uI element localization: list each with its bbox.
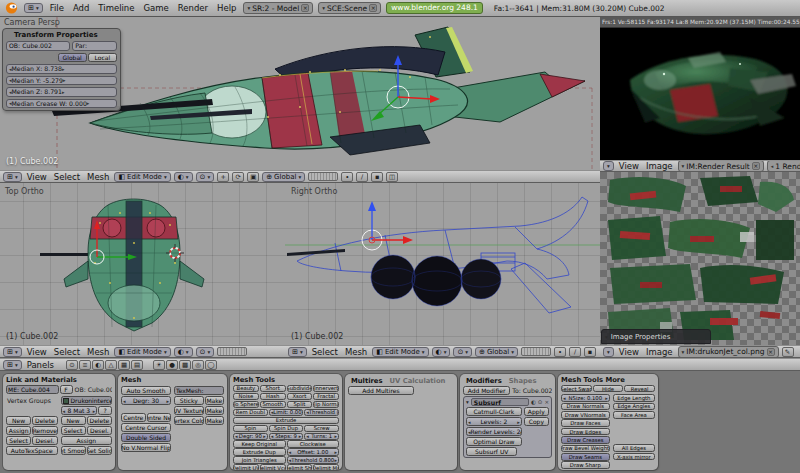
edge-select-icon[interactable]: ∕ <box>569 347 581 357</box>
all-edges-button[interactable]: All Edges <box>613 444 655 452</box>
layer-buttons[interactable] <box>308 172 338 181</box>
mesh-datablock-field[interactable]: ME: Cube.004 <box>6 385 59 394</box>
panel-title[interactable]: Mesh Tools <box>233 376 339 384</box>
spin-dup-button[interactable]: Spin Dup <box>269 425 304 432</box>
optimal-draw-toggle[interactable]: Optimal Draw <box>466 437 522 446</box>
degr-90-button[interactable]: Degr: 90 <box>233 433 268 440</box>
smooth-button[interactable]: Smooth <box>260 401 286 408</box>
panel-title[interactable]: Link and Materials <box>6 376 112 384</box>
material-subcontext-icon[interactable]: ● <box>166 360 178 370</box>
autosmooth-degrees-field[interactable]: Degr: 30 <box>121 396 171 405</box>
logic-context-icon[interactable]: ⊙ <box>66 360 78 370</box>
draw-faces-button[interactable]: Draw Faces <box>561 419 610 427</box>
material-preview[interactable]: Drukoninterce <box>61 396 113 405</box>
draw-normals-button[interactable]: Draw Normals <box>561 403 610 411</box>
subdivide-button[interactable]: Subdivide <box>287 385 313 392</box>
pivot-dropdown[interactable]: ⊙▾ <box>196 172 215 182</box>
delete-modifier-icon[interactable]: × <box>544 399 549 405</box>
view-menu[interactable]: View <box>25 172 49 182</box>
add-menu[interactable]: Add <box>71 3 91 13</box>
help-menu[interactable]: Help <box>215 3 238 13</box>
set-solid-button[interactable]: Set Solid <box>87 446 112 455</box>
select-menu[interactable]: Select <box>52 347 82 357</box>
vgroup-delete-button[interactable]: Delete <box>32 416 57 425</box>
editing-context-icon[interactable]: ▦ <box>118 360 130 370</box>
render-layer-selector[interactable]: 1 RenderLay <box>767 160 800 172</box>
file-menu[interactable]: File <box>48 3 66 13</box>
mesh-menu[interactable]: Mesh <box>85 347 111 357</box>
extrude-dup-button[interactable]: Extrude Dup <box>233 448 286 455</box>
uv-texture-label[interactable]: UV Texture <box>174 406 204 415</box>
render-toggle-icon[interactable]: ◐ <box>531 399 536 405</box>
copy-modifier-button[interactable]: Copy <box>524 417 549 426</box>
uv-calculation-tab[interactable]: UV Calculation <box>387 377 449 385</box>
levels-field[interactable]: Levels: 2 <box>466 417 522 426</box>
screen-selector[interactable]: ▾SR:2 - Model× <box>243 2 313 14</box>
xsort-button[interactable]: Xsort <box>287 393 313 400</box>
threshold-0-800-button[interactable]: Threshold 0.800 <box>287 456 340 463</box>
collapse-arrow-icon[interactable]: ▾ <box>605 334 608 340</box>
extrude-button[interactable]: Extrude <box>233 417 339 424</box>
apply-modifier-button[interactable]: Apply <box>524 407 549 416</box>
draw-type-dropdown[interactable]: ◐▾ <box>174 172 193 182</box>
hash-button[interactable]: Hash <box>260 393 286 400</box>
face-select-icon[interactable]: ▪ <box>371 172 383 182</box>
image-properties-panel[interactable]: ▾ Image Properties <box>601 329 711 344</box>
texmesh-field[interactable]: TexMesh: <box>174 386 224 395</box>
sticky-label[interactable]: Sticky <box>174 396 204 405</box>
keep-original-button[interactable]: Keep Original <box>233 440 286 447</box>
face-area-button[interactable]: Face Area <box>613 411 655 419</box>
modifiers-tab[interactable]: Modifiers <box>463 377 505 385</box>
nsize-field[interactable]: NSize: 0.100 <box>561 394 610 402</box>
shading-context-icon[interactable]: ◐ <box>92 360 104 370</box>
uv-image-editor[interactable]: ▾ Image Properties <box>600 172 800 345</box>
limit-0-001-button[interactable]: Limit: 0.001 <box>269 409 304 416</box>
shapes-tab[interactable]: Shapes <box>506 377 540 385</box>
to-sphere-button[interactable]: To Sphere <box>233 401 259 408</box>
edge-angles-button[interactable]: Edge Angles <box>613 403 655 411</box>
vgroup-remove-button[interactable]: Remove <box>32 426 57 435</box>
subsurf-uv-toggle[interactable]: Subsurf UV <box>466 447 517 456</box>
median-crease-field[interactable]: Median Crease W: 0.000 <box>6 99 117 109</box>
close-icon[interactable]: × <box>301 4 309 12</box>
centre-button[interactable]: Centre <box>121 413 146 422</box>
double-sided-toggle[interactable]: Double Sided <box>121 433 171 442</box>
close-icon[interactable]: × <box>752 162 760 170</box>
fake-user-button[interactable]: F <box>60 385 73 394</box>
delimit-ma-button[interactable]: Delimit Ma <box>313 464 339 470</box>
mode-dropdown[interactable]: ◧Edit Mode▾ <box>114 172 170 182</box>
close-icon[interactable]: × <box>369 4 377 12</box>
modifier-name[interactable]: Subsurf <box>471 398 529 406</box>
object-context-icon[interactable]: △ <box>105 360 117 370</box>
mesh-menu[interactable]: Mesh <box>343 347 369 357</box>
innervert-button[interactable]: Innervert <box>313 385 339 392</box>
scale-manipulator-icon[interactable]: ▣ <box>247 172 259 182</box>
median-y-field[interactable]: Median Y: -5.279 <box>6 76 117 86</box>
view-menu[interactable]: View <box>617 161 641 171</box>
make-uv-texture-button[interactable]: Make <box>205 406 224 415</box>
reveal-button[interactable]: Reveal <box>624 385 655 393</box>
vertex-color-label[interactable]: Vertex Color <box>174 416 204 425</box>
editor-type-menu[interactable]: ⊞▾ <box>24 3 43 13</box>
radiosity-subcontext-icon[interactable]: ◎ <box>192 360 204 370</box>
orientation-dropdown[interactable]: ⊕Global▾ <box>475 347 518 357</box>
translate-manipulator-icon[interactable]: + <box>217 172 229 182</box>
short-button[interactable]: Short <box>260 385 286 392</box>
offset-1-00-button[interactable]: Offset: 1.00 <box>287 448 340 455</box>
vgroup-deselect-button[interactable]: Desel. <box>32 436 57 445</box>
make-sticky-button[interactable]: Make <box>205 396 224 405</box>
set-smooth-button[interactable]: Set Smooth <box>61 446 86 455</box>
spin-button[interactable]: Spin <box>233 425 268 432</box>
image-datablock-selector[interactable]: ▾IM:drukonJet_col.png× <box>678 346 779 358</box>
join-triangles-button[interactable]: Join Triangles <box>233 456 286 463</box>
view-menu[interactable]: View <box>25 347 49 357</box>
image-datablock-selector[interactable]: ▾IM:Render Result× <box>678 160 764 172</box>
x-axis-mirror-button[interactable]: X-axis mirror <box>613 453 655 461</box>
occlude-icon[interactable]: ◫ <box>386 172 398 182</box>
vgroup-select-button[interactable]: Select <box>6 436 31 445</box>
make-vertex-color-button[interactable]: Make <box>205 416 224 425</box>
material-index-field[interactable]: 8 Mat 3 <box>61 406 98 415</box>
material-delete-button[interactable]: Delete <box>87 416 112 425</box>
timeline-menu[interactable]: Timeline <box>96 3 136 13</box>
collapse-arrow-icon[interactable]: ▾ <box>466 399 469 405</box>
